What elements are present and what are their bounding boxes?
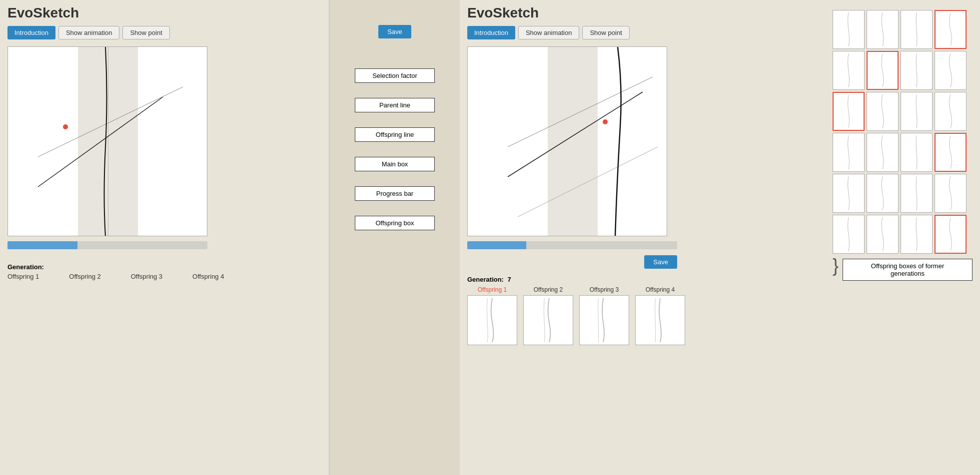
brace-symbol: } — [833, 257, 839, 275]
right-generation-section: Generation: 7 Offspring 1 — [467, 276, 823, 345]
left-offspring-2: Offspring 2 — [69, 273, 100, 280]
right-main: EvoSketch Introduction Show animation Sh… — [467, 5, 823, 345]
right-save-button[interactable]: Save — [644, 255, 677, 269]
right-offspring-svg-3 — [580, 296, 629, 345]
left-offspring-labels: Offspring 1 Offspring 2 Offspring 3 Offs… — [7, 273, 321, 280]
sketch-cell-r1c1[interactable] — [833, 10, 865, 49]
right-generation-info: Generation: 7 — [467, 276, 823, 283]
sketch-cell-r1c2[interactable] — [867, 10, 899, 49]
right-offspring-box-1[interactable] — [467, 295, 517, 345]
right-offspring-item-1: Offspring 1 — [467, 286, 517, 345]
left-intro-button[interactable]: Introduction — [7, 26, 55, 39]
right-offspring-label-2: Offspring 2 — [534, 286, 563, 293]
left-panel: EvoSketch Introduction Show animation Sh… — [0, 0, 330, 475]
sketch-cell-r6c1[interactable] — [833, 215, 865, 254]
left-progress-bar-fill — [7, 241, 77, 249]
sketch-cell-r1c4[interactable] — [935, 10, 967, 49]
left-generation-label: Generation: — [7, 263, 321, 271]
right-point-button[interactable]: Show point — [582, 26, 629, 39]
right-save-area: Save — [467, 255, 677, 269]
left-main-canvas — [7, 46, 207, 236]
label-offspring-box: Offspring box — [355, 216, 435, 230]
sketch-cell-r2c1[interactable] — [833, 51, 865, 90]
right-offspring-svg-4 — [636, 296, 685, 345]
right-panel: EvoSketch Introduction Show animation Sh… — [460, 0, 980, 475]
left-point-button[interactable]: Show point — [122, 26, 169, 39]
right-generation-label: Generation: — [467, 276, 504, 283]
left-app-title: EvoSketch — [7, 5, 321, 21]
right-offspring-svg-1 — [468, 296, 517, 345]
left-generation-area: Generation: Offspring 1 Offspring 2 Offs… — [7, 263, 321, 280]
right-canvas-svg — [468, 47, 667, 236]
right-offspring-box-4[interactable] — [635, 295, 685, 345]
sketch-cell-r5c1[interactable] — [833, 174, 865, 213]
sketch-cell-r3c4[interactable] — [935, 92, 967, 131]
sketch-cell-r2c4[interactable] — [935, 51, 967, 90]
right-app-title: EvoSketch — [467, 5, 823, 21]
right-grid-area: } Offspring boxes of former generations — [833, 5, 973, 345]
left-save-button[interactable]: Save — [378, 25, 411, 38]
sketch-cell-r3c2[interactable] — [867, 92, 899, 131]
center-panel: Save Selection factor Parent line Offspr… — [330, 0, 460, 475]
left-save-button-area: Save — [378, 25, 411, 38]
left-offspring-1: Offspring 1 — [7, 273, 39, 280]
label-selection-factor: Selection factor — [355, 68, 435, 83]
sketch-cell-r3c3[interactable] — [901, 92, 933, 131]
sketch-cell-r5c4[interactable] — [935, 174, 967, 213]
brace-label-area: } Offspring boxes of former generations — [833, 257, 973, 281]
left-canvas-svg — [8, 47, 207, 236]
sketch-cell-r4c3[interactable] — [901, 133, 933, 172]
right-offspring-item-2: Offspring 2 — [523, 286, 573, 345]
grid-annotation-label: Offspring boxes of former generations — [843, 259, 973, 281]
right-intro-button[interactable]: Introduction — [467, 26, 515, 39]
left-animation-button[interactable]: Show animation — [58, 26, 120, 39]
right-offspring-svg-2 — [524, 296, 573, 345]
right-offspring-box-2[interactable] — [523, 295, 573, 345]
right-btn-bar: Introduction Show animation Show point — [467, 26, 823, 39]
left-progress-bar-container — [7, 241, 207, 249]
label-main-box: Main box — [355, 157, 435, 171]
sketch-cell-r2c2[interactable] — [867, 51, 899, 90]
right-offspring-item-3: Offspring 3 — [579, 286, 629, 345]
sketch-cell-r6c2[interactable] — [867, 215, 899, 254]
sketch-grid — [833, 10, 973, 254]
sketch-cell-r6c3[interactable] — [901, 215, 933, 254]
sketch-cell-r6c4[interactable] — [935, 215, 967, 254]
sketch-cell-r3c1[interactable] — [833, 92, 865, 131]
left-offspring-4: Offspring 4 — [192, 273, 224, 280]
label-offspring-line: Offspring line — [355, 127, 435, 142]
right-progress-bar-fill — [467, 241, 526, 249]
right-offspring-label-4: Offspring 4 — [646, 286, 675, 293]
right-offspring-row: Offspring 1 Offspring 2 — [467, 286, 823, 345]
sketch-cell-r1c3[interactable] — [901, 10, 933, 49]
sketch-cell-r4c1[interactable] — [833, 133, 865, 172]
right-main-canvas — [467, 46, 667, 236]
label-parent-line: Parent line — [355, 98, 435, 112]
svg-line-3 — [508, 77, 653, 147]
right-generation-number: 7 — [508, 276, 511, 283]
right-progress-bar-container — [467, 241, 677, 249]
right-animation-button[interactable]: Show animation — [518, 26, 580, 39]
right-inner: EvoSketch Introduction Show animation Sh… — [467, 5, 973, 345]
sketch-cell-r5c3[interactable] — [901, 174, 933, 213]
left-btn-bar: Introduction Show animation Show point — [7, 26, 321, 39]
sketch-cell-r4c2[interactable] — [867, 133, 899, 172]
svg-line-2 — [508, 92, 643, 177]
svg-line-0 — [38, 97, 163, 187]
sketch-cell-r2c3[interactable] — [901, 51, 933, 90]
left-offspring-3: Offspring 3 — [131, 273, 162, 280]
svg-line-1 — [38, 87, 183, 157]
right-offspring-label-1: Offspring 1 — [478, 286, 507, 293]
label-progress-bar: Progress bar — [355, 186, 435, 201]
right-offspring-box-3[interactable] — [579, 295, 629, 345]
sketch-cell-r5c2[interactable] — [867, 174, 899, 213]
right-offspring-label-3: Offspring 3 — [590, 286, 619, 293]
right-offspring-item-4: Offspring 4 — [635, 286, 685, 345]
sketch-cell-r4c4[interactable] — [935, 133, 967, 172]
